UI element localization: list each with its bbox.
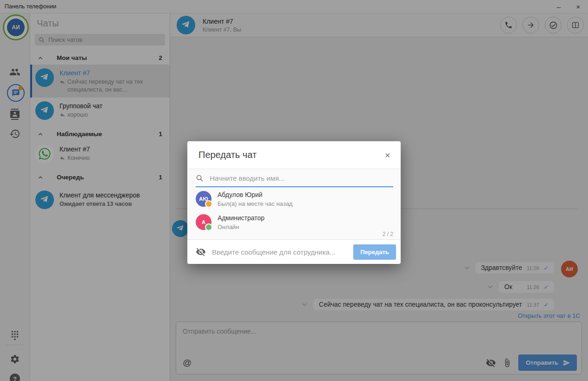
employee-search-input[interactable]: Начните вводить имя...: [187, 169, 401, 187]
employee-status: Онлайн: [218, 223, 264, 230]
status-online-dot: [205, 223, 212, 231]
modal-footer: Введите сообщение для сотрудника... Пере…: [187, 239, 401, 264]
employee-item-administrator[interactable]: А Администратор Онлайн: [187, 210, 401, 234]
hidden-message-icon[interactable]: [196, 247, 206, 257]
employee-name: Администратор: [218, 214, 264, 222]
transfer-chat-modal: Передать чат × Начните вводить имя... АЮ…: [187, 141, 401, 263]
search-icon: [196, 174, 204, 182]
employee-avatar: АЮ: [196, 191, 211, 207]
employee-avatar: А: [196, 214, 211, 230]
employee-name: Абдулов Юрий: [218, 191, 292, 199]
transfer-message-placeholder[interactable]: Введите сообщение для сотрудника...: [212, 248, 335, 256]
status-away-dot: [205, 200, 212, 208]
employee-status: Был(а) на месте час назад: [218, 200, 292, 207]
employee-search-placeholder: Начните вводить имя...: [210, 174, 285, 182]
search-underline: [196, 186, 393, 187]
employee-counter: 2 / 2: [383, 231, 393, 237]
transfer-confirm-button[interactable]: Передать: [353, 244, 396, 260]
employee-item-abdulov[interactable]: АЮ Абдулов Юрий Был(а) на месте час наза…: [187, 187, 401, 210]
modal-close-icon[interactable]: ×: [385, 150, 390, 160]
modal-header: Передать чат ×: [187, 141, 401, 169]
app-window: Панель телефонии – × АИ: [0, 0, 588, 381]
modal-title: Передать чат: [198, 150, 257, 160]
